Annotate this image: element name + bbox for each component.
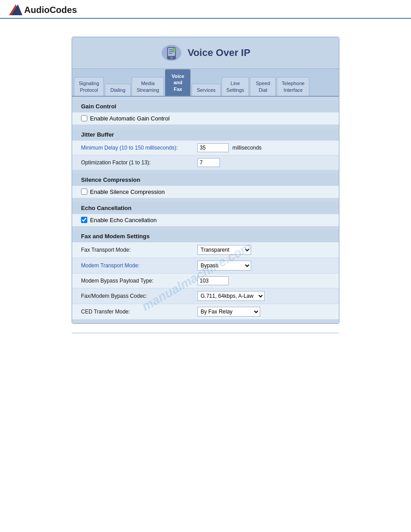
min-delay-unit: milliseconds xyxy=(232,145,261,151)
fax-modem-bypass-codec-select[interactable]: G.711, 64kbps, A-Law G.711, 64kbps, u-La… xyxy=(197,291,265,301)
audiocodes-logo-icon xyxy=(9,4,22,15)
opt-factor-label: Optimization Factor (1 to 13): xyxy=(81,159,197,166)
gain-control-row: Enable Automatic Gain Control xyxy=(72,112,339,125)
voip-icon xyxy=(161,43,182,62)
tab-speed-dial[interactable]: SpeedDial xyxy=(250,77,276,96)
fax-transport-label: Fax Transport Mode: xyxy=(81,247,197,253)
fax-transport-row: Fax Transport Mode: Transparent T.38 Byp… xyxy=(72,242,339,258)
tab-services[interactable]: Services xyxy=(192,84,220,96)
opt-factor-input[interactable]: 7 xyxy=(197,158,220,167)
tab-line-settings[interactable]: LineSettings xyxy=(222,77,249,96)
header: AudioCodes xyxy=(0,0,411,19)
spacer-bottom xyxy=(72,320,339,323)
modem-transport-value-container: Bypass Transparent T.38 xyxy=(197,261,251,270)
spacer-1 xyxy=(72,97,339,100)
echo-cancellation-checkbox-row: Enable Echo Cancellation xyxy=(81,217,157,223)
tab-telephone-interface[interactable]: TelephoneInterface xyxy=(277,77,309,96)
svg-rect-8 xyxy=(169,53,172,54)
min-delay-value-container: 35 milliseconds xyxy=(197,143,261,152)
silence-compression-label: Enable Silence Compression xyxy=(90,189,165,195)
svg-point-5 xyxy=(171,57,172,59)
footer-line xyxy=(72,333,339,333)
logo: AudioCodes xyxy=(9,4,77,15)
silence-compression-checkbox-row: Enable Silence Compression xyxy=(81,189,165,195)
fax-transport-select[interactable]: Transparent T.38 Bypass xyxy=(197,245,251,255)
modem-transport-label: Modem Transport Mode: xyxy=(81,262,197,269)
main-content: manualmachine.com Voice Over IP xyxy=(0,28,411,342)
logo-text: AudioCodes xyxy=(24,5,77,15)
panel-title: Voice Over IP xyxy=(188,47,250,59)
echo-cancellation-row: Enable Echo Cancellation xyxy=(72,214,339,227)
svg-point-9 xyxy=(172,48,176,51)
panel-wrapper: manualmachine.com Voice Over IP xyxy=(72,37,339,324)
spacer-2 xyxy=(72,125,339,129)
spacer-5 xyxy=(72,227,339,230)
tab-dialing[interactable]: Dialing xyxy=(105,84,131,96)
min-delay-row: Minimum Delay (10 to 150 milliseconds): … xyxy=(72,141,339,155)
modem-transport-select[interactable]: Bypass Transparent T.38 xyxy=(197,261,251,270)
panel-header: Voice Over IP xyxy=(72,37,339,69)
silence-compression-checkbox[interactable] xyxy=(81,189,87,195)
modem-bypass-payload-row: Modem Bypass Payload Type: xyxy=(72,274,339,288)
echo-cancellation-checkbox[interactable] xyxy=(81,217,87,223)
tab-signaling-protocol[interactable]: SignalingProtocol xyxy=(74,77,104,96)
gain-control-checkbox[interactable] xyxy=(81,115,87,121)
ced-transfer-label: CED Transfer Mode: xyxy=(81,309,197,315)
gain-control-header: Gain Control xyxy=(72,100,339,112)
tabs-container: SignalingProtocol Dialing MediaStreaming… xyxy=(72,69,339,97)
opt-factor-value-container: 7 xyxy=(197,158,220,167)
opt-factor-row: Optimization Factor (1 to 13): 7 xyxy=(72,155,339,170)
fax-modem-bypass-codec-value-container: G.711, 64kbps, A-Law G.711, 64kbps, u-La… xyxy=(197,291,265,301)
fax-modem-bypass-codec-row: Fax/Modem Bypass Codec: G.711, 64kbps, A… xyxy=(72,288,339,304)
min-delay-input[interactable]: 35 xyxy=(197,143,229,152)
fax-modem-bypass-codec-label: Fax/Modem Bypass Codec: xyxy=(81,293,197,299)
echo-cancellation-header: Echo Cancellation xyxy=(72,202,339,214)
voip-panel: Voice Over IP SignalingProtocol Dialing … xyxy=(72,37,339,324)
spacer-3 xyxy=(72,170,339,174)
fax-modem-header: Fax and Modem Settings xyxy=(72,230,339,242)
jitter-buffer-header: Jitter Buffer xyxy=(72,129,339,141)
silence-compression-row: Enable Silence Compression xyxy=(72,186,339,198)
modem-transport-row: Modem Transport Mode: Bypass Transparent… xyxy=(72,258,339,274)
gain-control-checkbox-row: Enable Automatic Gain Control xyxy=(81,115,170,122)
modem-bypass-payload-value-container xyxy=(197,276,229,285)
content-area: Gain Control Enable Automatic Gain Contr… xyxy=(72,97,339,323)
min-delay-label: Minimum Delay (10 to 150 milliseconds): xyxy=(81,145,197,151)
echo-cancellation-label: Enable Echo Cancellation xyxy=(90,217,157,223)
tab-media-streaming[interactable]: MediaStreaming xyxy=(132,77,164,96)
fax-transport-value-container: Transparent T.38 Bypass xyxy=(197,245,251,255)
ced-transfer-value-container: By Fax Relay By Voice Disabled xyxy=(197,307,260,317)
ced-transfer-row: CED Transfer Mode: By Fax Relay By Voice… xyxy=(72,304,339,320)
modem-bypass-payload-label: Modem Bypass Payload Type: xyxy=(81,278,197,284)
tab-voice-and-fax[interactable]: VoiceandFax xyxy=(165,69,191,96)
silence-compression-header: Silence Compression xyxy=(72,174,339,186)
spacer-4 xyxy=(72,198,339,202)
gain-control-label: Enable Automatic Gain Control xyxy=(90,115,170,122)
ced-transfer-select[interactable]: By Fax Relay By Voice Disabled xyxy=(197,307,260,317)
modem-bypass-payload-input[interactable] xyxy=(197,276,229,285)
